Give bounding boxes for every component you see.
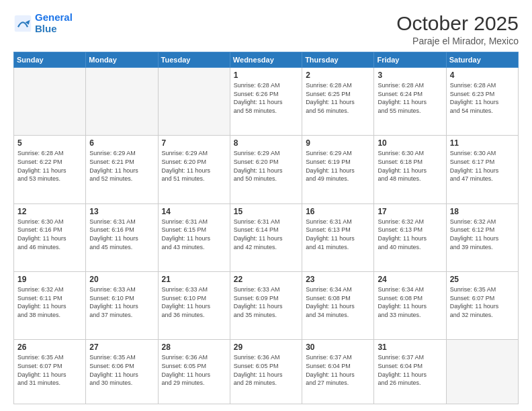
day-info: Sunrise: 6:35 AM Sunset: 6:06 PM Dayligh… bbox=[89, 353, 154, 387]
day-number: 4 bbox=[450, 71, 515, 80]
table-row: 1Sunrise: 6:28 AM Sunset: 6:26 PM Daylig… bbox=[230, 68, 302, 136]
day-number: 15 bbox=[234, 207, 298, 216]
day-number: 17 bbox=[378, 207, 442, 216]
table-row: 8Sunrise: 6:29 AM Sunset: 6:20 PM Daylig… bbox=[230, 136, 302, 203]
table-row: 5Sunrise: 6:28 AM Sunset: 6:22 PM Daylig… bbox=[14, 136, 86, 203]
day-info: Sunrise: 6:32 AM Sunset: 6:13 PM Dayligh… bbox=[378, 218, 442, 251]
table-row: 27Sunrise: 6:35 AM Sunset: 6:06 PM Dayli… bbox=[86, 340, 158, 404]
day-number: 12 bbox=[17, 207, 82, 216]
table-row: 15Sunrise: 6:31 AM Sunset: 6:14 PM Dayli… bbox=[230, 203, 302, 271]
day-number: 14 bbox=[162, 207, 226, 216]
day-info: Sunrise: 6:28 AM Sunset: 6:24 PM Dayligh… bbox=[378, 81, 442, 115]
table-row: 26Sunrise: 6:35 AM Sunset: 6:07 PM Dayli… bbox=[14, 340, 86, 404]
logo: General Blue bbox=[13, 12, 73, 34]
day-number: 16 bbox=[306, 207, 370, 216]
day-info: Sunrise: 6:33 AM Sunset: 6:09 PM Dayligh… bbox=[234, 285, 298, 319]
logo-icon bbox=[13, 14, 32, 33]
day-number: 8 bbox=[234, 138, 298, 148]
day-number: 18 bbox=[450, 207, 515, 216]
day-number: 10 bbox=[378, 138, 442, 148]
table-row: 9Sunrise: 6:29 AM Sunset: 6:19 PM Daylig… bbox=[302, 136, 374, 203]
day-info: Sunrise: 6:33 AM Sunset: 6:10 PM Dayligh… bbox=[162, 285, 226, 319]
table-row: 17Sunrise: 6:32 AM Sunset: 6:13 PM Dayli… bbox=[374, 203, 446, 271]
table-row: 13Sunrise: 6:31 AM Sunset: 6:16 PM Dayli… bbox=[86, 203, 158, 271]
day-info: Sunrise: 6:32 AM Sunset: 6:11 PM Dayligh… bbox=[17, 285, 82, 319]
day-info: Sunrise: 6:31 AM Sunset: 6:16 PM Dayligh… bbox=[89, 218, 154, 251]
calendar-week-row: 1Sunrise: 6:28 AM Sunset: 6:26 PM Daylig… bbox=[14, 68, 519, 136]
day-info: Sunrise: 6:29 AM Sunset: 6:19 PM Dayligh… bbox=[306, 149, 370, 183]
col-thursday: Thursday bbox=[302, 52, 374, 68]
day-info: Sunrise: 6:37 AM Sunset: 6:04 PM Dayligh… bbox=[306, 353, 370, 387]
day-number: 23 bbox=[306, 275, 370, 284]
day-info: Sunrise: 6:28 AM Sunset: 6:25 PM Dayligh… bbox=[306, 81, 370, 115]
month-title: October 2025 bbox=[396, 12, 519, 34]
day-info: Sunrise: 6:35 AM Sunset: 6:07 PM Dayligh… bbox=[450, 285, 515, 319]
table-row: 25Sunrise: 6:35 AM Sunset: 6:07 PM Dayli… bbox=[446, 272, 518, 340]
col-wednesday: Wednesday bbox=[230, 52, 302, 68]
table-row: 19Sunrise: 6:32 AM Sunset: 6:11 PM Dayli… bbox=[14, 272, 86, 340]
col-saturday: Saturday bbox=[446, 52, 518, 68]
calendar-week-row: 26Sunrise: 6:35 AM Sunset: 6:07 PM Dayli… bbox=[14, 340, 519, 404]
day-number: 9 bbox=[306, 138, 370, 148]
day-number: 11 bbox=[450, 138, 515, 148]
day-info: Sunrise: 6:33 AM Sunset: 6:10 PM Dayligh… bbox=[89, 285, 154, 319]
day-info: Sunrise: 6:29 AM Sunset: 6:20 PM Dayligh… bbox=[234, 149, 298, 183]
day-number: 19 bbox=[17, 275, 82, 284]
day-number: 20 bbox=[89, 275, 154, 284]
title-block: October 2025 Paraje el Mirador, Mexico bbox=[396, 12, 519, 46]
day-number: 26 bbox=[17, 342, 82, 352]
table-row: 31Sunrise: 6:37 AM Sunset: 6:04 PM Dayli… bbox=[374, 340, 446, 404]
table-row bbox=[14, 68, 86, 136]
day-info: Sunrise: 6:30 AM Sunset: 6:18 PM Dayligh… bbox=[378, 149, 442, 183]
page: General Blue October 2025 Paraje el Mira… bbox=[0, 0, 532, 411]
day-info: Sunrise: 6:29 AM Sunset: 6:21 PM Dayligh… bbox=[89, 149, 154, 183]
table-row: 18Sunrise: 6:32 AM Sunset: 6:12 PM Dayli… bbox=[446, 203, 518, 271]
table-row bbox=[446, 340, 518, 404]
day-number: 13 bbox=[89, 207, 154, 216]
table-row: 28Sunrise: 6:36 AM Sunset: 6:05 PM Dayli… bbox=[158, 340, 230, 404]
calendar-header-row: Sunday Monday Tuesday Wednesday Thursday… bbox=[14, 52, 519, 68]
day-number: 5 bbox=[17, 138, 82, 148]
day-info: Sunrise: 6:30 AM Sunset: 6:17 PM Dayligh… bbox=[450, 149, 515, 183]
day-number: 27 bbox=[89, 342, 154, 352]
table-row: 14Sunrise: 6:31 AM Sunset: 6:15 PM Dayli… bbox=[158, 203, 230, 271]
location-subtitle: Paraje el Mirador, Mexico bbox=[396, 36, 519, 46]
logo-text: General Blue bbox=[35, 12, 73, 34]
day-number: 21 bbox=[162, 275, 226, 284]
table-row: 21Sunrise: 6:33 AM Sunset: 6:10 PM Dayli… bbox=[158, 272, 230, 340]
day-number: 7 bbox=[162, 138, 226, 148]
day-info: Sunrise: 6:34 AM Sunset: 6:08 PM Dayligh… bbox=[378, 285, 442, 319]
table-row: 7Sunrise: 6:29 AM Sunset: 6:20 PM Daylig… bbox=[158, 136, 230, 203]
col-monday: Monday bbox=[86, 52, 158, 68]
table-row: 2Sunrise: 6:28 AM Sunset: 6:25 PM Daylig… bbox=[302, 68, 374, 136]
day-info: Sunrise: 6:31 AM Sunset: 6:13 PM Dayligh… bbox=[306, 218, 370, 251]
table-row: 16Sunrise: 6:31 AM Sunset: 6:13 PM Dayli… bbox=[302, 203, 374, 271]
table-row: 11Sunrise: 6:30 AM Sunset: 6:17 PM Dayli… bbox=[446, 136, 518, 203]
day-info: Sunrise: 6:34 AM Sunset: 6:08 PM Dayligh… bbox=[306, 285, 370, 319]
table-row bbox=[158, 68, 230, 136]
table-row: 23Sunrise: 6:34 AM Sunset: 6:08 PM Dayli… bbox=[302, 272, 374, 340]
day-info: Sunrise: 6:28 AM Sunset: 6:26 PM Dayligh… bbox=[234, 81, 298, 115]
day-info: Sunrise: 6:36 AM Sunset: 6:05 PM Dayligh… bbox=[162, 353, 226, 387]
table-row: 22Sunrise: 6:33 AM Sunset: 6:09 PM Dayli… bbox=[230, 272, 302, 340]
table-row: 30Sunrise: 6:37 AM Sunset: 6:04 PM Dayli… bbox=[302, 340, 374, 404]
day-info: Sunrise: 6:28 AM Sunset: 6:22 PM Dayligh… bbox=[17, 149, 82, 183]
calendar-week-row: 5Sunrise: 6:28 AM Sunset: 6:22 PM Daylig… bbox=[14, 136, 519, 203]
day-number: 29 bbox=[234, 342, 298, 352]
day-number: 2 bbox=[306, 71, 370, 80]
table-row: 29Sunrise: 6:36 AM Sunset: 6:05 PM Dayli… bbox=[230, 340, 302, 404]
table-row: 24Sunrise: 6:34 AM Sunset: 6:08 PM Dayli… bbox=[374, 272, 446, 340]
day-info: Sunrise: 6:28 AM Sunset: 6:23 PM Dayligh… bbox=[450, 81, 515, 115]
table-row: 6Sunrise: 6:29 AM Sunset: 6:21 PM Daylig… bbox=[86, 136, 158, 203]
calendar-week-row: 19Sunrise: 6:32 AM Sunset: 6:11 PM Dayli… bbox=[14, 272, 519, 340]
day-number: 25 bbox=[450, 275, 515, 284]
day-number: 6 bbox=[89, 138, 154, 148]
day-info: Sunrise: 6:29 AM Sunset: 6:20 PM Dayligh… bbox=[162, 149, 226, 183]
table-row: 10Sunrise: 6:30 AM Sunset: 6:18 PM Dayli… bbox=[374, 136, 446, 203]
col-friday: Friday bbox=[374, 52, 446, 68]
day-number: 22 bbox=[234, 275, 298, 284]
day-info: Sunrise: 6:37 AM Sunset: 6:04 PM Dayligh… bbox=[378, 353, 442, 387]
day-number: 28 bbox=[162, 342, 226, 352]
day-number: 24 bbox=[378, 275, 442, 284]
col-tuesday: Tuesday bbox=[158, 52, 230, 68]
